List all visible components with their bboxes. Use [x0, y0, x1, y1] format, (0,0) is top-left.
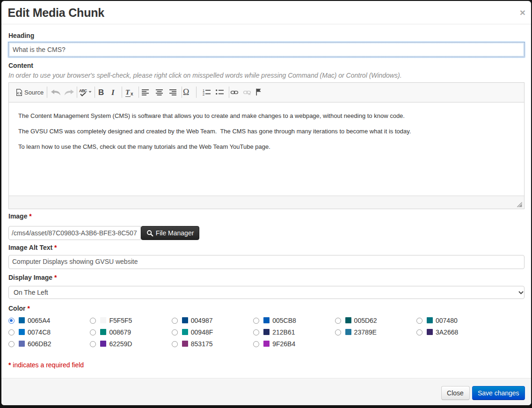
svg-text:2: 2	[203, 92, 204, 96]
